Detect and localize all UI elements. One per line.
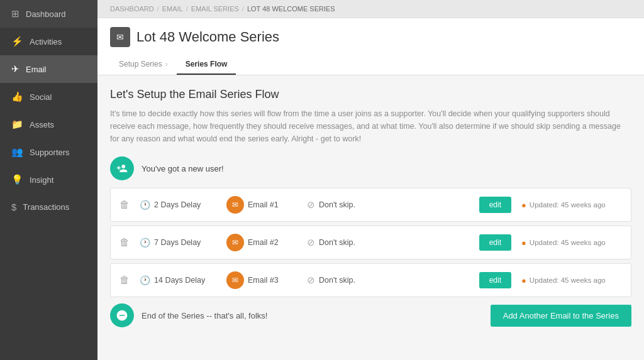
- intro-text: It's time to decide exactly how this ser…: [110, 107, 631, 145]
- no-skip-icon-row3: ⊘: [307, 275, 315, 286]
- trash-icon-row3[interactable]: 🗑: [119, 275, 130, 286]
- social-icon: 👍: [11, 91, 23, 102]
- breadcrumb-current: LOT 48 WELCOME SERIES: [247, 5, 335, 13]
- sidebar-item-dashboard[interactable]: ⊞ Dashboard: [0, 0, 97, 28]
- sidebar-item-insight[interactable]: 💡 Insight: [0, 166, 97, 194]
- envelope-icon-row1: ✉: [226, 196, 244, 214]
- updated-label-row3: Updated: 45 weeks ago: [530, 276, 606, 284]
- tab-flow-label: Series Flow: [186, 60, 228, 68]
- sidebar-item-label: Activities: [30, 37, 62, 46]
- transactions-icon: $: [11, 202, 16, 212]
- sidebar-item-social[interactable]: 👍 Social: [0, 83, 97, 111]
- updated-cell-row1: ● Updated: 45 weeks ago: [521, 200, 622, 210]
- warning-icon-row2: ●: [521, 238, 526, 248]
- sidebar: ⊞ Dashboard ⚡ Activities ✈ Email 👍 Socia…: [0, 0, 97, 360]
- chevron-right-icon: ›: [165, 60, 168, 68]
- tab-bar: Setup Series › Series Flow: [110, 55, 631, 75]
- breadcrumb-email[interactable]: EMAIL: [162, 5, 183, 13]
- sidebar-item-label: Supporters: [30, 148, 70, 157]
- breadcrumb: DASHBOARD / EMAIL / EMAIL SERIES / LOT 4…: [97, 0, 644, 18]
- section-title: Let's Setup the Email Series Flow: [110, 88, 631, 101]
- tab-setup-label: Setup Series: [119, 60, 162, 68]
- sidebar-item-transactions[interactable]: $ Transactions: [0, 194, 97, 221]
- sidebar-item-label: Email: [26, 65, 47, 74]
- skip-label-row1: Don't skip.: [319, 200, 355, 209]
- skip-cell-row2: ⊘ Don't skip.: [307, 237, 474, 248]
- series-row: 🗑 🕐 2 Days Delay ✉ Email #1 ⊘ Don't skip…: [110, 188, 631, 222]
- envelope-icon-row3: ✉: [226, 271, 244, 289]
- new-user-icon-circle: [110, 156, 134, 180]
- sidebar-item-label: Dashboard: [26, 9, 66, 19]
- updated-label-row2: Updated: 45 weeks ago: [530, 239, 606, 246]
- trash-icon-row2[interactable]: 🗑: [119, 237, 130, 248]
- end-series-left: End of the Series -- that's all, folks!: [110, 303, 267, 327]
- clock-icon-row1: 🕐: [140, 200, 150, 210]
- delay-label-row3: 14 Days Delay: [154, 276, 205, 285]
- supporters-icon: 👥: [11, 146, 23, 158]
- tab-series-flow[interactable]: Series Flow: [177, 55, 236, 75]
- main-content: DASHBOARD / EMAIL / EMAIL SERIES / LOT 4…: [97, 0, 644, 360]
- delay-cell-row1: 🕐 2 Days Delay: [140, 200, 221, 210]
- new-user-label: You've got a new user!: [142, 164, 224, 173]
- add-email-button[interactable]: Add Another Email to the Series: [491, 305, 631, 327]
- sidebar-item-assets[interactable]: 📁 Assets: [0, 111, 97, 138]
- delay-cell-row2: 🕐 7 Days Delay: [140, 237, 221, 248]
- activities-icon: ⚡: [11, 36, 23, 47]
- email-cell-row2: ✉ Email #2: [226, 234, 302, 251]
- delay-cell-row3: 🕐 14 Days Delay: [140, 275, 221, 285]
- no-skip-icon-row1: ⊘: [307, 199, 315, 210]
- assets-icon: 📁: [11, 119, 23, 130]
- no-skip-icon-row2: ⊘: [307, 237, 315, 248]
- skip-cell-row1: ⊘ Don't skip.: [307, 199, 474, 210]
- sidebar-item-label: Social: [30, 92, 52, 102]
- email-cell-row1: ✉ Email #1: [226, 196, 302, 214]
- insight-icon: 💡: [11, 174, 23, 185]
- warning-icon-row1: ●: [521, 200, 526, 210]
- trash-icon-row1[interactable]: 🗑: [119, 199, 130, 210]
- warning-icon-row3: ●: [521, 276, 526, 285]
- series-row: 🗑 🕐 7 Days Delay ✉ Email #2 ⊘ Don't skip…: [110, 226, 631, 259]
- series-row: 🗑 🕐 14 Days Delay ✉ Email #3 ⊘ Don't ski…: [110, 263, 631, 297]
- skip-cell-row3: ⊘ Don't skip.: [307, 275, 474, 286]
- tab-setup-series[interactable]: Setup Series ›: [110, 55, 177, 75]
- clock-icon-row3: 🕐: [140, 275, 150, 285]
- skip-label-row3: Don't skip.: [319, 276, 355, 285]
- email-label-row3: Email #3: [248, 276, 279, 285]
- delay-label-row2: 7 Days Delay: [154, 238, 201, 247]
- content-area: Let's Setup the Email Series Flow It's t…: [97, 75, 644, 360]
- sidebar-item-email[interactable]: ✈ Email: [0, 55, 97, 83]
- sidebar-item-supporters[interactable]: 👥 Supporters: [0, 138, 97, 166]
- envelope-icon-row2: ✉: [226, 234, 244, 251]
- skip-label-row2: Don't skip.: [319, 238, 355, 247]
- sidebar-item-label: Insight: [30, 175, 53, 185]
- updated-cell-row2: ● Updated: 45 weeks ago: [521, 238, 622, 248]
- email-label-row2: Email #2: [248, 238, 279, 247]
- page-title: Lot 48 Welcome Series: [136, 29, 279, 45]
- end-series-text: End of the Series -- that's all, folks!: [142, 311, 267, 320]
- updated-label-row1: Updated: 45 weeks ago: [530, 201, 606, 209]
- end-series-row: End of the Series -- that's all, folks! …: [110, 303, 631, 327]
- delay-label-row1: 2 Days Delay: [154, 200, 201, 209]
- clock-icon-row2: 🕐: [140, 237, 150, 248]
- edit-button-row2[interactable]: edit: [479, 234, 511, 251]
- email-cell-row3: ✉ Email #3: [226, 271, 302, 289]
- end-series-icon: [110, 303, 134, 327]
- breadcrumb-email-series[interactable]: EMAIL SERIES: [191, 5, 239, 13]
- dashboard-icon: ⊞: [11, 8, 19, 19]
- email-icon: ✈: [11, 63, 19, 75]
- edit-button-row3[interactable]: edit: [479, 272, 511, 288]
- updated-cell-row3: ● Updated: 45 weeks ago: [521, 276, 622, 285]
- email-label-row1: Email #1: [248, 200, 279, 209]
- sidebar-item-label: Assets: [30, 120, 54, 129]
- breadcrumb-dashboard[interactable]: DASHBOARD: [110, 5, 154, 13]
- page-header: ✉ Lot 48 Welcome Series Setup Series › S…: [97, 18, 644, 75]
- sidebar-item-activities[interactable]: ⚡ Activities: [0, 28, 97, 55]
- sidebar-item-label: Transactions: [23, 202, 69, 212]
- edit-button-row1[interactable]: edit: [479, 197, 511, 213]
- new-user-banner: You've got a new user!: [110, 156, 631, 180]
- page-email-icon: ✉: [110, 27, 130, 47]
